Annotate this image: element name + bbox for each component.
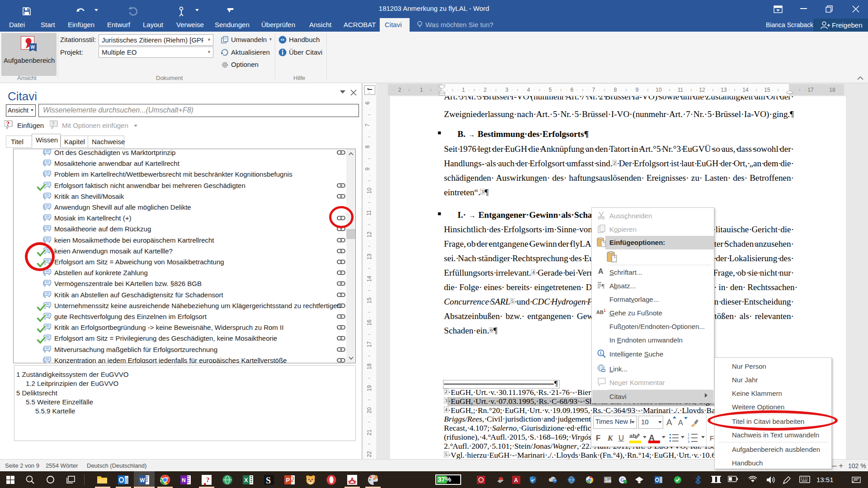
svg-text:X: X: [244, 477, 248, 483]
svg-text:W: W: [31, 45, 35, 50]
svg-text:¶: ¶: [602, 282, 604, 289]
svg-text:A: A: [514, 477, 518, 483]
svg-text:S: S: [266, 475, 271, 485]
svg-text:1: 1: [688, 433, 689, 436]
svg-text:?: ?: [206, 476, 210, 483]
svg-text:W: W: [140, 477, 145, 483]
svg-text:2: 2: [688, 436, 689, 440]
svg-text:?: ?: [6, 121, 9, 127]
svg-text:N: N: [182, 477, 186, 483]
svg-text:?: ?: [52, 121, 55, 127]
svg-text:P: P: [286, 477, 290, 483]
svg-text:3: 3: [688, 440, 689, 443]
